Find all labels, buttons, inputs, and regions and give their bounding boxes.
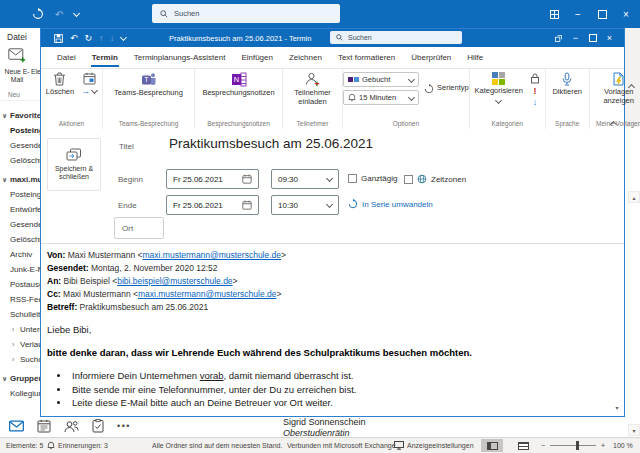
meeting-notes-button[interactable]: N Besprechungsnotizen: [197, 72, 281, 98]
zoom-slider[interactable]: [550, 438, 596, 453]
chevron-down-icon: [91, 87, 98, 94]
nav-tasks-icon[interactable]: [92, 419, 104, 433]
folder-item-schulleitung[interactable]: Schulleitung: [0, 307, 40, 322]
message-body[interactable]: Von: Maxi Mustermann <maxi.mustermann@mu…: [41, 244, 624, 416]
folder-item-postausgang[interactable]: Postausgang: [0, 277, 40, 292]
tab--berpr-fen[interactable]: Überprüfen: [403, 47, 459, 68]
header-label: An:: [47, 276, 61, 286]
folder-item-gel-schte-elemente[interactable]: Gelöschte Elemente: [0, 153, 40, 168]
display-settings-button[interactable]: Anzeigeeinstellungen: [394, 438, 474, 453]
folder-section-maxi-mustermann-musterschule-de[interactable]: ∨maxi.mustermann@musterschule.de: [0, 172, 40, 187]
nav-calendar-icon[interactable]: [37, 419, 51, 433]
timezones-checkbox[interactable]: Zeitzonen: [404, 174, 466, 184]
tab-termin[interactable]: Termin: [84, 47, 126, 68]
zoom-level[interactable]: 100 %: [613, 438, 633, 453]
delete-button[interactable]: Löschen: [46, 72, 74, 97]
ribbon-group-categories: Kategorisieren ! ↓ Kategorien: [470, 69, 546, 129]
recurrence-icon: [424, 84, 434, 94]
high-importance-icon[interactable]: !: [533, 87, 536, 95]
reminder-dropdown[interactable]: 15 Minuten: [343, 90, 419, 105]
folder-section-favoriten[interactable]: ∨Favoriten: [0, 108, 40, 123]
recurrence-button[interactable]: Serientyp: [424, 84, 469, 94]
folder-item-entw-rfe[interactable]: Entwürfe: [0, 202, 40, 217]
folders-status: Alle Ordner sind auf dem neuesten Stand.: [152, 438, 282, 453]
folder-item-posteingang[interactable]: Posteingang: [0, 123, 40, 138]
end-date-field[interactable]: Fr 25.06.2021: [166, 195, 259, 215]
save-icon[interactable]: [54, 34, 63, 43]
zoom-out-button[interactable]: −: [541, 438, 545, 453]
tab-text-formatieren[interactable]: Text formatieren: [330, 47, 403, 68]
forward-button[interactable]: →: [81, 72, 97, 96]
nav-mail-icon[interactable]: [9, 420, 24, 432]
folder-item-unterricht[interactable]: ›Unterricht: [0, 322, 40, 337]
end-time-field[interactable]: 10:30: [271, 195, 339, 215]
scroll-up-icon[interactable]: ▴: [628, 191, 640, 203]
start-time-field[interactable]: 09:30: [271, 169, 339, 189]
file-tab[interactable]: Datei: [0, 28, 40, 44]
group-label: Meine Vorlagen: [596, 120, 640, 129]
email-link[interactable]: maxi.mustermann@musterschule.de: [143, 250, 282, 260]
restore-button[interactable]: [592, 4, 612, 24]
main-search-input[interactable]: Suchen: [152, 4, 340, 23]
invite-attendees-button[interactable]: Teilnehmer einladen: [287, 72, 339, 106]
categorize-button[interactable]: Kategorisieren: [475, 72, 523, 104]
folder-item-gesendete-elemente[interactable]: Gesendete Elemente: [0, 138, 40, 153]
make-recurring-link[interactable]: In Serie umwandeln: [348, 199, 433, 209]
dialog-search-input[interactable]: Suchen: [330, 31, 462, 44]
reading-view-toggle[interactable]: [481, 438, 503, 453]
scroll-down-icon[interactable]: ▾: [628, 424, 640, 436]
low-importance-icon[interactable]: ↓: [533, 98, 538, 106]
new-email-button[interactable]: Neue E-Mail Ele: [0, 44, 40, 88]
layout-icon[interactable]: [544, 4, 564, 24]
folder-item-gel-schte-elemente[interactable]: Gelöschte Elemente: [0, 232, 40, 247]
tab-einf-gen[interactable]: Einfügen: [233, 47, 281, 68]
show-as-dropdown[interactable]: Gebucht: [343, 72, 419, 87]
send-receive-icon[interactable]: [32, 8, 44, 20]
bullet-text: Bitte sende mir eine Telefonnummer, unte…: [72, 384, 356, 395]
save-close-button[interactable]: Speichern & schließen: [47, 138, 101, 191]
folder-item-kollegium[interactable]: Kollegium: [0, 386, 40, 401]
zoom-in-button[interactable]: +: [601, 438, 605, 453]
dialog-close-button[interactable]: ×: [601, 29, 618, 47]
reminders-status[interactable]: Erinnerungen: 3: [47, 438, 108, 453]
zoom-slider-thumb[interactable]: [576, 441, 579, 450]
folder-section-gruppen[interactable]: ∨Gruppen: [0, 371, 40, 386]
folder-item-gesendete-elemente[interactable]: Gesendete Elemente: [0, 217, 40, 232]
private-lock-icon[interactable]: [530, 73, 540, 84]
teams-meeting-button[interactable]: T Teams-Besprechung: [113, 72, 185, 98]
tab-terminplanungs-assistent[interactable]: Terminplanungs-Assistent: [126, 47, 234, 68]
dialog-minimize-button[interactable]: −: [567, 29, 584, 47]
dictate-button[interactable]: Diktieren: [552, 72, 582, 97]
undo-icon[interactable]: ↶: [55, 9, 63, 20]
start-date-field[interactable]: Fr 25.06.2021: [166, 169, 259, 189]
search-icon: [160, 10, 168, 18]
folder-item-archiv[interactable]: Archiv: [0, 247, 40, 262]
tab-zeichnen[interactable]: Zeichnen: [281, 47, 330, 68]
tab-hilfe[interactable]: Hilfe: [459, 47, 491, 68]
email-link[interactable]: maxi.mustermann@musterschule.de: [138, 289, 277, 299]
customize-quick-access-icon[interactable]: [120, 34, 127, 41]
location-field[interactable]: Ort: [114, 217, 164, 239]
folder-item-posteingang[interactable]: Posteingang: [0, 187, 40, 202]
folder-item-junk-e-mail[interactable]: Junk-E-Mail: [0, 262, 40, 277]
all-day-checkbox[interactable]: Ganztägig: [348, 174, 397, 183]
title-value[interactable]: Praktikumsbesuch am 25.06.2021: [169, 136, 373, 151]
folder-item-verlauf-der-unterhaltung[interactable]: ›Verlauf der Unterhaltung: [0, 337, 40, 352]
redo-icon[interactable]: ↻: [85, 33, 93, 43]
nav-people-icon[interactable]: [64, 420, 79, 433]
scroll-down-icon[interactable]: ▾: [612, 402, 622, 412]
undo-icon[interactable]: ↶: [70, 33, 78, 43]
chevron-down-icon[interactable]: [73, 10, 80, 17]
view-templates-button[interactable]: Vorlagen anzeigen: [597, 72, 640, 105]
folder-label: Entwürfe: [10, 205, 40, 214]
dialog-maximize-button[interactable]: [584, 29, 601, 47]
tab-datei[interactable]: Datei: [49, 47, 84, 68]
popout-icon[interactable]: [550, 29, 567, 47]
minimize-button[interactable]: −: [568, 4, 588, 24]
folder-item-suchordner[interactable]: ›Suchordner: [0, 352, 40, 367]
close-button[interactable]: ×: [616, 4, 636, 24]
email-link[interactable]: bibi.beispiel@musterschule.de: [117, 276, 232, 286]
nav-more-icon[interactable]: •••: [117, 421, 131, 431]
folder-item-rss-feeds[interactable]: RSS-Feeds: [0, 292, 40, 307]
normal-view-toggle[interactable]: [512, 438, 534, 453]
